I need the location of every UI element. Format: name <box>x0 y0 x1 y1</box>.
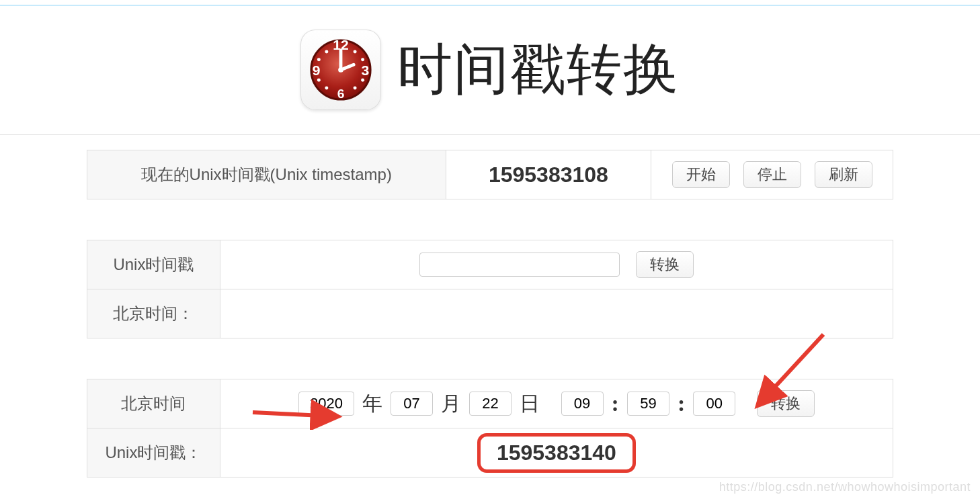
svg-point-9 <box>354 86 357 89</box>
refresh-button[interactable]: 刷新 <box>815 161 872 188</box>
day-input[interactable] <box>469 392 512 416</box>
ts-input[interactable] <box>419 253 620 277</box>
svg-point-10 <box>325 86 328 89</box>
stop-button[interactable]: 停止 <box>743 161 801 188</box>
hour-input[interactable] <box>561 392 604 416</box>
watermark: https://blog.csdn.net/whowhowhoisimporta… <box>719 480 971 494</box>
time-to-ts-table: 北京时间 年 月 日 : : 转换 <box>87 379 893 477</box>
svg-point-7 <box>361 58 364 61</box>
ts-to-time-table: Unix时间戳 转换 北京时间： <box>87 240 893 338</box>
current-ts-label: 现在的Unix时间戳(Unix timestamp) <box>87 150 446 199</box>
time-output-value <box>220 289 893 338</box>
colon-1: : <box>612 391 619 416</box>
current-ts-value: 1595383108 <box>489 163 608 187</box>
page-header: 12 3 9 6 时间戳转换 <box>87 30 893 110</box>
month-input[interactable] <box>391 392 433 416</box>
page-title: 时间戳转换 <box>397 33 680 107</box>
time-output-label: 北京时间： <box>87 289 220 338</box>
svg-text:3: 3 <box>362 62 370 78</box>
svg-point-12 <box>317 58 321 61</box>
time-convert-button[interactable]: 转换 <box>757 390 815 417</box>
ts-output-label: Unix时间戳： <box>87 428 220 477</box>
year-input[interactable] <box>298 392 354 416</box>
ts-convert-button[interactable]: 转换 <box>636 251 694 278</box>
svg-point-16 <box>338 67 343 73</box>
svg-point-11 <box>317 79 321 82</box>
svg-point-13 <box>325 50 328 54</box>
ts-output-value: 1595383140 <box>477 433 636 473</box>
svg-point-6 <box>354 50 357 54</box>
svg-point-8 <box>361 79 364 82</box>
svg-text:9: 9 <box>313 62 321 78</box>
year-label: 年 <box>362 390 382 418</box>
ts-input-label: Unix时间戳 <box>87 240 220 289</box>
colon-2: : <box>678 391 685 416</box>
current-timestamp-table: 现在的Unix时间戳(Unix timestamp) 1595383108 开始… <box>87 150 893 199</box>
month-label: 月 <box>441 390 461 418</box>
clock-icon: 12 3 9 6 <box>300 30 381 110</box>
second-input[interactable] <box>693 392 735 416</box>
time-input-label: 北京时间 <box>87 379 220 428</box>
svg-text:6: 6 <box>337 87 345 101</box>
date-row: 年 月 日 : : 转换 <box>298 390 815 418</box>
minute-input[interactable] <box>627 392 669 416</box>
start-button[interactable]: 开始 <box>672 161 730 188</box>
day-label: 日 <box>520 390 540 418</box>
top-border <box>0 5 980 6</box>
